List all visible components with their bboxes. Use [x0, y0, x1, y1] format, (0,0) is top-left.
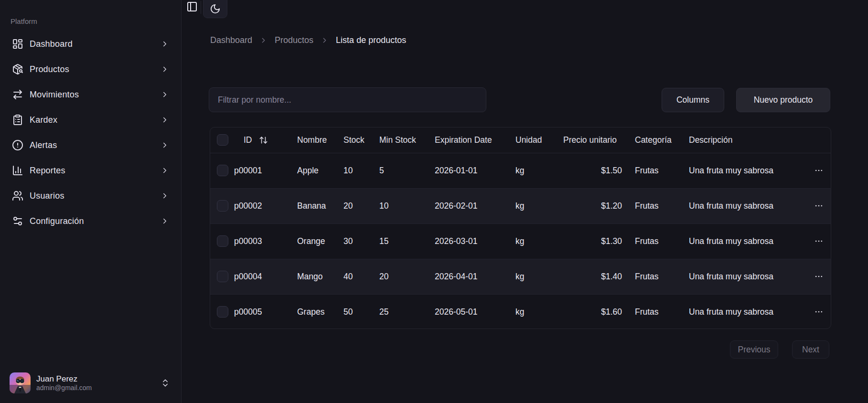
sidebar-item-alertas[interactable]: Alertas — [6, 136, 175, 155]
row-checkbox[interactable] — [217, 165, 228, 176]
sidebar-item-reportes[interactable]: Reportes — [6, 161, 175, 180]
cell-descripcion: Una fruta muy sabrosa — [685, 188, 803, 223]
cell-stock: 50 — [340, 294, 375, 329]
chart-column-icon — [12, 165, 23, 176]
row-checkbox[interactable] — [217, 200, 228, 212]
theme-toggle-button[interactable] — [203, 0, 227, 18]
row-actions-button[interactable] — [812, 164, 825, 177]
row-actions-button[interactable] — [812, 305, 825, 318]
cell-descripcion: Una fruta muy sabrosa — [685, 223, 803, 259]
row-actions-button[interactable] — [812, 270, 825, 283]
cell-categoria: Frutas — [631, 188, 685, 223]
cell-stock: 20 — [340, 188, 375, 223]
sidebar: Platform Dashboard Productos — [0, 0, 182, 403]
cell-expiration-date: 2026-05-01 — [431, 294, 512, 329]
cell-stock: 40 — [340, 259, 375, 294]
ellipsis-icon — [814, 201, 824, 211]
row-checkbox[interactable] — [217, 235, 228, 247]
sidebar-item-usuarios[interactable]: Usuarios — [6, 186, 175, 205]
cell-min-stock: 20 — [375, 259, 431, 294]
chevron-right-icon — [161, 166, 169, 175]
row-checkbox[interactable] — [217, 271, 228, 282]
column-header-nombre: Nombre — [293, 127, 340, 153]
sidebar-item-dashboard[interactable]: Dashboard — [6, 34, 175, 53]
filter-input[interactable] — [209, 87, 486, 112]
row-checkbox[interactable] — [217, 306, 228, 318]
cell-stock: 10 — [340, 153, 375, 188]
table-header-row: ID Nombre Stock Min Stock Expiration Dat… — [210, 127, 831, 153]
table-row: p00002 Banana 20 10 2026-02-01 kg $1.20 … — [210, 188, 831, 223]
cell-unidad: kg — [512, 223, 559, 259]
cell-min-stock: 25 — [375, 294, 431, 329]
sidebar-item-label: Configuración — [30, 216, 84, 226]
sidebar-item-productos[interactable]: Productos — [6, 60, 175, 79]
chevron-right-icon — [161, 40, 169, 48]
chevron-right-icon — [161, 65, 169, 74]
ellipsis-icon — [814, 236, 824, 246]
cell-precio-unitario: $1.40 — [559, 259, 631, 294]
ellipsis-icon — [814, 166, 824, 175]
sidebar-item-configuracion[interactable]: Configuración — [6, 212, 175, 231]
cell-categoria: Frutas — [631, 259, 685, 294]
table-row: p00003 Orange 30 15 2026-03-01 kg $1.30 … — [210, 223, 831, 259]
row-actions-button[interactable] — [812, 234, 825, 248]
cell-expiration-date: 2026-01-01 — [431, 153, 512, 188]
cell-precio-unitario: $1.30 — [559, 223, 631, 259]
select-all-checkbox[interactable] — [217, 134, 228, 146]
sidebar-toggle-button[interactable] — [185, 0, 199, 13]
sidebar-item-label: Kardex — [30, 115, 57, 125]
chevron-right-icon — [161, 217, 169, 225]
table-row: p00005 Grapes 50 25 2026-05-01 kg $1.60 … — [210, 294, 831, 329]
sidebar-item-movimientos[interactable]: Movimientos — [6, 85, 175, 104]
breadcrumb-item-dashboard[interactable]: Dashboard — [210, 35, 252, 45]
chevron-right-icon — [161, 90, 169, 99]
sort-by-id-button[interactable]: ID — [234, 135, 293, 145]
cell-nombre: Mango — [293, 259, 340, 294]
cell-descripcion: Una fruta muy sabrosa — [685, 153, 803, 188]
alert-circle-icon — [12, 139, 23, 151]
user-name: Juan Perez — [36, 374, 92, 384]
user-email: admin@gmail.com — [36, 384, 92, 392]
package-search-icon — [12, 64, 23, 75]
chevron-right-icon — [161, 141, 169, 149]
user-menu-button[interactable]: Juan Perez admin@gmail.com — [6, 369, 175, 397]
clipboard-list-icon — [12, 114, 23, 126]
breadcrumb-item-productos[interactable]: Productos — [275, 35, 313, 45]
table-row: p00001 Apple 10 5 2026-01-01 kg $1.50 Fr… — [210, 153, 831, 188]
row-actions-button[interactable] — [812, 199, 825, 212]
previous-page-button[interactable]: Previous — [730, 340, 778, 359]
cell-precio-unitario: $1.50 — [559, 153, 631, 188]
cell-stock: 30 — [340, 223, 375, 259]
next-page-button[interactable]: Next — [792, 340, 829, 359]
cell-min-stock: 5 — [375, 153, 431, 188]
cell-nombre: Apple — [293, 153, 340, 188]
cell-unidad: kg — [512, 188, 559, 223]
cell-precio-unitario: $1.20 — [559, 188, 631, 223]
arrows-right-left-icon — [12, 89, 23, 100]
sidebar-section-label: Platform — [11, 17, 37, 25]
app-root: Platform Dashboard Productos — [0, 0, 868, 403]
cell-id: p00003 — [230, 223, 293, 259]
cell-min-stock: 10 — [375, 188, 431, 223]
chevron-right-icon — [161, 191, 169, 200]
column-header-precio-unitario: Precio unitario — [559, 127, 631, 153]
layout-dashboard-icon — [12, 38, 23, 50]
main-content: Dashboard Productos Lista de productos C… — [182, 0, 868, 403]
cell-id: p00001 — [230, 153, 293, 188]
ellipsis-icon — [814, 307, 824, 317]
cell-id: p00002 — [230, 188, 293, 223]
products-table: ID Nombre Stock Min Stock Expiration Dat… — [210, 127, 831, 329]
sidebar-item-kardex[interactable]: Kardex — [6, 110, 175, 129]
sidebar-item-label: Dashboard — [30, 39, 73, 49]
sidebar-item-label: Reportes — [30, 166, 65, 176]
breadcrumb: Dashboard Productos Lista de productos — [210, 33, 406, 47]
cell-categoria: Frutas — [631, 223, 685, 259]
columns-button[interactable]: Columns — [662, 88, 724, 112]
cell-descripcion: Una fruta muy sabrosa — [685, 294, 803, 329]
panel-left-icon — [186, 1, 198, 12]
cell-categoria: Frutas — [631, 294, 685, 329]
new-product-button[interactable]: Nuevo producto — [736, 88, 830, 112]
ellipsis-icon — [814, 272, 824, 281]
chevron-right-icon — [161, 116, 169, 124]
column-header-stock: Stock — [340, 127, 375, 153]
